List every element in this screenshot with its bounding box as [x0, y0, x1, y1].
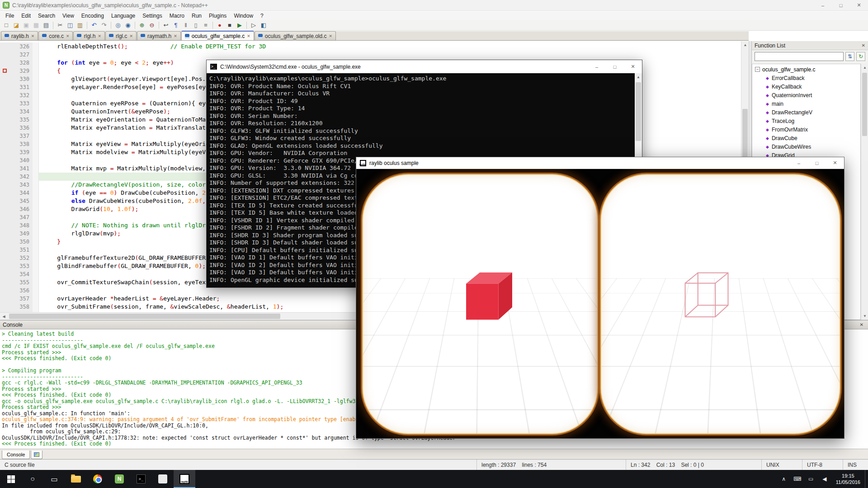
doc-map-icon[interactable]: ▯ [191, 21, 200, 30]
show-desktop-button[interactable] [865, 470, 868, 488]
code-line-327[interactable]: 327 [0, 51, 741, 59]
function-list-close-icon[interactable]: ✕ [862, 43, 865, 48]
play-macro-icon[interactable]: ▶ [235, 21, 244, 30]
menu-item-window[interactable]: Window [230, 12, 257, 19]
menu-item-file[interactable]: File [2, 12, 18, 19]
tree-collapse-icon[interactable]: − [755, 67, 760, 72]
new-file-icon[interactable]: □ [2, 21, 11, 30]
keyboard-icon[interactable]: ⌨ [791, 470, 804, 488]
function-list-icon[interactable]: ≡ [201, 21, 210, 30]
close-button[interactable]: ✕ [624, 60, 642, 73]
scroll-up-icon[interactable]: ▲ [741, 41, 749, 49]
open-folder-icon[interactable]: ◪ [12, 21, 21, 30]
raylib-titlebar[interactable]: raylib raylib oculus sample – □ ✕ [356, 157, 844, 169]
code-line-326[interactable]: 326 rlEnableDepthTest(); // Enable DEPTH… [0, 42, 741, 51]
scroll-down-icon[interactable]: ▼ [861, 312, 868, 320]
function-list-root[interactable]: − oculus_glfw_sample.c [752, 65, 860, 74]
tab-close-icon[interactable]: ✕ [174, 34, 177, 38]
function-item-keycallback[interactable]: ◆KeyCallback [752, 82, 860, 91]
menu-item-settings[interactable]: Settings [139, 12, 165, 19]
tab-raylib-h[interactable]: raylib.h✕ [1, 31, 38, 40]
menu-item-plugins[interactable]: Plugins [205, 12, 230, 19]
tab-oculus-glfw-sample-c[interactable]: oculus_glfw_sample.c✕ [181, 31, 254, 40]
tab-core-c[interactable]: core.c✕ [38, 31, 73, 40]
undo-icon[interactable]: ↶ [90, 21, 99, 30]
cut-icon[interactable]: ✂ [56, 21, 65, 30]
copy-icon[interactable]: ◫ [66, 21, 75, 30]
function-list-reload-icon[interactable]: ↻ [856, 52, 865, 61]
taskbar-raylib-active[interactable]: raylib [174, 470, 195, 488]
tab-close-icon[interactable]: ✕ [247, 34, 250, 38]
tab-rlgl-c[interactable]: rlgl.c✕ [105, 31, 137, 40]
word-wrap-icon[interactable]: ↩ [161, 21, 170, 30]
search-button[interactable]: ○ [22, 470, 43, 488]
print-icon[interactable]: ▤ [42, 21, 51, 30]
function-item-quaternioninvert[interactable]: ◆QuaternionInvert [752, 91, 860, 99]
function-item-drawcube[interactable]: ◆DrawCube [752, 134, 860, 142]
network-icon[interactable]: ▭ [804, 470, 818, 488]
taskbar-file-explorer[interactable] [65, 470, 87, 488]
replace-icon[interactable]: ◉ [123, 21, 132, 30]
docked-tab-icon[interactable] [31, 450, 42, 459]
minimize-button[interactable]: – [814, 0, 832, 10]
close-button[interactable]: ✕ [826, 157, 844, 169]
taskbar-clock[interactable]: 19:15 11/05/2016 [831, 470, 865, 488]
close-button[interactable]: ✕ [850, 0, 868, 10]
scrollbar-thumb[interactable] [636, 82, 641, 141]
menu-item-encoding[interactable]: Encoding [78, 12, 108, 19]
taskbar-cmd[interactable]: >_ [130, 470, 152, 488]
scrollbar-thumb[interactable] [862, 73, 867, 136]
tab-oculus-glfw-sample-old-c[interactable]: oculus_glfw_sample.old.c✕ [255, 31, 336, 40]
taskbar-app[interactable] [152, 470, 174, 488]
function-item-errorcallback[interactable]: ◆ErrorCallback [752, 74, 860, 82]
function-list-scrollbar[interactable]: ▲ ▼ [861, 64, 868, 320]
minimize-button[interactable]: – [790, 157, 808, 169]
scrollbar-thumb[interactable] [9, 314, 280, 319]
paste-icon[interactable]: ▥ [75, 21, 85, 30]
chevron-up-icon[interactable]: ∧ [777, 470, 791, 488]
menu-item-search[interactable]: Search [34, 12, 59, 19]
menu-item-macro[interactable]: Macro [166, 12, 188, 19]
record-macro-icon[interactable]: ● [215, 21, 224, 30]
maximize-button[interactable]: □ [808, 157, 826, 169]
tab-close-icon[interactable]: ✕ [66, 34, 70, 38]
stop-macro-icon[interactable]: ■ [225, 21, 234, 30]
indent-guide-icon[interactable]: ‖ [181, 21, 190, 30]
run-icon[interactable]: ▷ [249, 21, 258, 30]
maximize-button[interactable]: □ [832, 0, 850, 10]
maximize-button[interactable]: □ [606, 60, 624, 73]
scroll-up-icon[interactable]: ▲ [635, 73, 642, 81]
menu-item-help[interactable]: ? [257, 12, 267, 19]
menu-item-edit[interactable]: Edit [18, 12, 34, 19]
function-item-drawrectanglev[interactable]: ◆DrawRectangleV [752, 108, 860, 117]
zoom-in-icon[interactable]: ⊕ [137, 21, 146, 30]
redo-icon[interactable]: ↷ [99, 21, 108, 30]
scroll-up-icon[interactable]: ▲ [861, 64, 868, 71]
start-button[interactable] [0, 470, 22, 488]
tab-close-icon[interactable]: ✕ [129, 34, 133, 38]
tab-close-icon[interactable]: ✕ [31, 34, 35, 38]
function-list-sort-icon[interactable]: ⇅ [845, 52, 854, 61]
show-all-chars-icon[interactable]: ¶ [171, 21, 180, 30]
menu-item-view[interactable]: View [59, 12, 78, 19]
menu-item-run[interactable]: Run [188, 12, 205, 19]
tab-rlgl-h[interactable]: rlgl.h✕ [73, 31, 105, 40]
zoom-out-icon[interactable]: ⊖ [147, 21, 156, 30]
tab-close-icon[interactable]: ✕ [329, 34, 333, 38]
taskbar-chrome[interactable] [87, 470, 108, 488]
function-item-tracelog[interactable]: ◆TraceLog [752, 117, 860, 125]
function-list-filter-input[interactable] [755, 52, 844, 61]
function-item-fromovrmatrix[interactable]: ◆FromOvrMatrix [752, 125, 860, 134]
function-item-drawcubewires[interactable]: ◆DrawCubeWires [752, 142, 860, 151]
console-icon[interactable]: ◧ [259, 21, 268, 30]
npp-titlebar[interactable]: N C:\raylib\raylib\examples\oculus_glfw_… [0, 0, 868, 11]
menu-item-language[interactable]: Language [108, 12, 139, 19]
cmd-titlebar[interactable]: >_ C:\Windows\System32\cmd.exe - oculus_… [207, 60, 642, 73]
tab-raymath-h[interactable]: raymath.h✕ [137, 31, 181, 40]
console-close-icon[interactable]: ✕ [858, 322, 865, 327]
tab-close-icon[interactable]: ✕ [98, 34, 101, 38]
function-item-main[interactable]: ◆main [752, 99, 860, 108]
taskbar-notepadpp[interactable]: N [108, 470, 130, 488]
minimize-button[interactable]: – [588, 60, 606, 73]
task-view-button[interactable]: ▭ [43, 470, 65, 488]
